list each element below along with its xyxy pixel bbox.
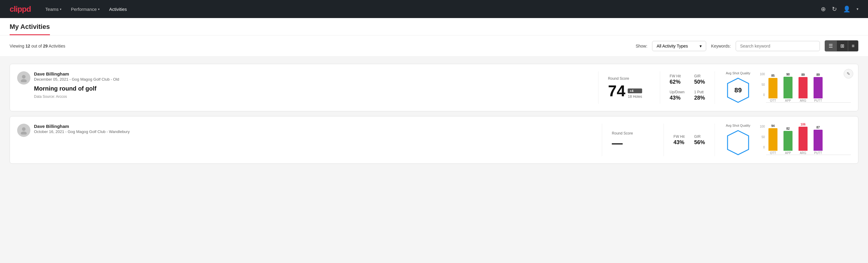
chevron-down-icon: ▾ — [98, 7, 99, 11]
page-title: My Activities — [10, 23, 50, 35]
score-badge-group: +4 18 Holes — [628, 88, 642, 99]
round-score-label: Round Score — [612, 131, 654, 136]
card-divider — [663, 124, 664, 156]
nav-performance[interactable]: Performance ▾ — [71, 4, 99, 14]
round-date: October 16, 2021 - Gog Magog Golf Club -… — [34, 129, 130, 134]
svg-marker-5 — [727, 130, 749, 155]
data-source: Data Source: Arccos — [34, 94, 119, 99]
bar-value-arg: 89 — [801, 73, 805, 77]
card-divider — [598, 71, 598, 104]
bar-app — [783, 131, 793, 151]
card-left: Dave Billingham October 16, 2021 - Gog M… — [17, 124, 592, 156]
page-header: My Activities — [0, 18, 868, 35]
fw-hit-stat: FW Hit 43% — [673, 135, 685, 146]
up-down-label: Up/Down — [670, 90, 685, 94]
card-divider — [715, 71, 715, 104]
bar-value-arg: 106 — [801, 123, 806, 126]
bar-group-arg: 106 ARG — [799, 123, 808, 155]
search-input[interactable] — [736, 41, 820, 51]
fw-hit-label: FW Hit — [673, 135, 685, 139]
viewing-label: Activities — [48, 43, 65, 49]
gir-label: GIR — [694, 74, 705, 78]
bar-label-putt: PUTT — [814, 151, 822, 155]
bar-value-app: 82 — [786, 127, 789, 130]
bar-group-app: 90 APP — [783, 73, 793, 102]
fw-hit-stat: FW Hit 62% — [670, 74, 685, 85]
fw-hit-value: 62% — [670, 79, 685, 85]
bar-value-ott: 85 — [771, 74, 774, 77]
viewing-count: 12 — [26, 43, 30, 49]
stat-col-right: GIR 56% — [694, 135, 705, 146]
quality-hex: Avg Shot Quality — [724, 124, 752, 156]
activity-type-value: All Activity Types — [657, 43, 688, 49]
bars-container: 94 OTT 82 APP 106 ARG — [766, 131, 851, 155]
list-detail-view-button[interactable]: ≡ — [848, 40, 858, 51]
svg-point-4 — [21, 132, 27, 135]
chevron-down-icon: ▾ — [60, 7, 61, 11]
hexagon-icon — [724, 129, 752, 156]
plus-circle-icon[interactable]: ⊕ — [821, 5, 826, 12]
bar-group-ott: 94 OTT — [769, 124, 777, 155]
bar-group-arg: 89 ARG — [799, 73, 808, 102]
y-axis-100: 100 — [756, 125, 765, 128]
hex-container: 89 — [724, 77, 752, 104]
bar-label-arg: ARG — [800, 99, 806, 102]
avg-shot-quality-label: Avg Shot Quality — [726, 124, 750, 127]
score-badge: +4 — [628, 88, 642, 93]
bar-label-arg: ARG — [800, 151, 806, 155]
bar-ott — [769, 78, 777, 98]
gir-label: GIR — [694, 135, 705, 139]
nav-activities[interactable]: Activities — [109, 4, 127, 14]
y-axis-0: 0 — [756, 146, 765, 149]
score-number: 74 — [608, 83, 626, 99]
bar-label-app: APP — [785, 151, 791, 155]
round-title: Morning round of golf — [34, 85, 119, 92]
bar-putt — [813, 77, 823, 98]
player-name: Dave Billingham — [34, 124, 130, 129]
fw-hit-label: FW Hit — [670, 74, 685, 78]
y-axis-100: 100 — [756, 72, 765, 76]
bar-value-putt: 89 — [816, 73, 819, 77]
card-divider — [715, 124, 715, 156]
up-down-stat: Up/Down 43% — [670, 90, 685, 101]
nav-icons: ⊕ ↻ 👤 ▾ — [821, 5, 858, 12]
holes-label: 18 Holes — [628, 94, 642, 99]
card-info: Dave Billingham December 05, 2021 - Gog … — [34, 71, 119, 104]
chevron-down-icon: ▾ — [857, 7, 858, 11]
bar-ott — [769, 128, 777, 151]
bar-arg — [799, 77, 808, 98]
stat-col-left: FW Hit 62% Up/Down 43% — [670, 74, 685, 101]
bar-app — [783, 77, 793, 98]
svg-point-3 — [22, 127, 26, 131]
nav-performance-label: Performance — [71, 7, 97, 12]
avg-shot-quality-section: Avg Shot Quality 100 50 0 — [724, 124, 851, 156]
fw-hit-value: 43% — [673, 139, 685, 146]
logo: clippd — [10, 4, 31, 14]
view-toggle: ☰ ⊞ ≡ — [825, 40, 858, 52]
viewing-count-text: Viewing 12 out of 29 Activities — [10, 43, 631, 49]
stat-col-left: FW Hit 43% — [673, 135, 685, 146]
one-putt-label: 1 Putt — [694, 90, 705, 94]
keywords-label: Keywords: — [711, 43, 731, 49]
activity-card: Dave Billingham October 16, 2021 - Gog M… — [10, 116, 858, 164]
bar-group-putt: 87 PUTT — [813, 126, 823, 155]
bar-group-ott: 85 OTT — [769, 74, 777, 102]
filter-bar: Viewing 12 out of 29 Activities Show: Al… — [0, 35, 868, 57]
user-icon[interactable]: 👤 — [843, 5, 850, 12]
refresh-icon[interactable]: ↻ — [832, 5, 837, 12]
bar-value-app: 90 — [786, 73, 789, 76]
round-score-label: Round Score — [608, 77, 650, 81]
list-compact-view-button[interactable]: ☰ — [825, 40, 836, 51]
grid-view-button[interactable]: ⊞ — [836, 40, 848, 51]
nav-activities-label: Activities — [109, 7, 127, 12]
bar-label-app: APP — [785, 99, 791, 102]
y-axis-50: 50 — [756, 83, 765, 86]
nav-teams-label: Teams — [45, 7, 59, 12]
navbar: clippd Teams ▾ Performance ▾ Activities … — [0, 0, 868, 18]
nav-teams[interactable]: Teams ▾ — [45, 4, 61, 14]
activity-type-dropdown[interactable]: All Activity Types ▾ — [652, 41, 706, 51]
y-axis-0: 0 — [756, 93, 765, 96]
quality-hex: Avg Shot Quality 89 — [724, 71, 752, 104]
hex-container — [724, 129, 752, 156]
chevron-down-icon: ▾ — [700, 43, 702, 49]
